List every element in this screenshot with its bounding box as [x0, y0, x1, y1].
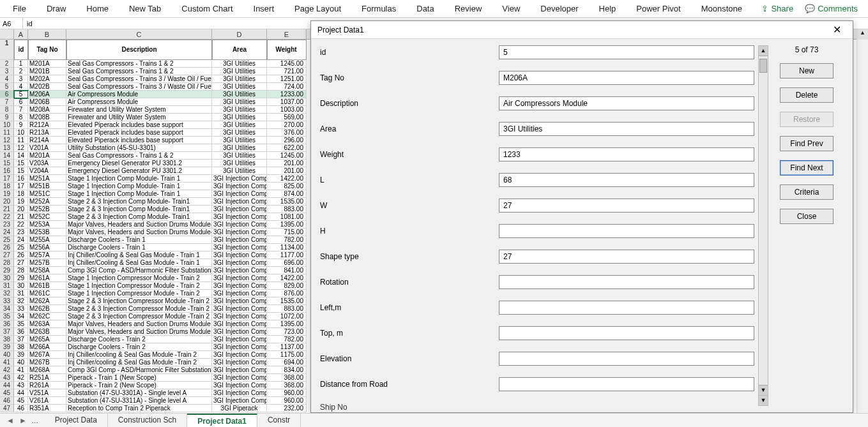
- cell-id[interactable]: 39: [14, 351, 28, 359]
- cell-area[interactable]: 3GI Injection Comp: [212, 190, 267, 198]
- cell-id[interactable]: 43: [14, 382, 28, 389]
- cell-weight[interactable]: 960.00: [267, 397, 307, 405]
- sheet-tab[interactable]: Project Data: [45, 414, 108, 428]
- cell-tag[interactable]: M262A: [28, 297, 66, 305]
- row-header[interactable]: 26: [0, 244, 14, 251]
- cell-id[interactable]: 15: [14, 167, 28, 175]
- cell-tag[interactable]: M251C: [28, 190, 66, 198]
- row-header[interactable]: 36: [0, 320, 14, 328]
- cell-weight[interactable]: 368.00: [267, 382, 307, 389]
- ribbon-tab[interactable]: Moonstone: [691, 1, 752, 16]
- cell-area[interactable]: 3GI Injection Comp: [212, 343, 267, 351]
- row-header[interactable]: 15: [0, 160, 14, 167]
- row-header[interactable]: 30: [0, 274, 14, 282]
- cell-desc[interactable]: Seal Gas Compressors - Trains 3 / Waste …: [66, 75, 212, 83]
- cell-id[interactable]: 33: [14, 305, 28, 313]
- row-header[interactable]: 42: [0, 366, 14, 374]
- cell-id[interactable]: 22: [14, 221, 28, 228]
- cell-id[interactable]: 36: [14, 328, 28, 336]
- cell-id[interactable]: 16: [14, 175, 28, 183]
- cell-area[interactable]: 3GI Injection Comp: [212, 251, 267, 259]
- cell-tag[interactable]: M262C: [28, 313, 66, 320]
- field-input[interactable]: [499, 96, 754, 110]
- cell-area[interactable]: 3GI Injection Comp: [212, 320, 267, 328]
- ribbon-tab[interactable]: File: [3, 1, 36, 16]
- cell-weight[interactable]: 622.00: [267, 144, 307, 152]
- row-header[interactable]: 6: [0, 91, 14, 98]
- cell-weight[interactable]: 1245.00: [267, 60, 307, 68]
- sheet-tab[interactable]: Constr: [257, 414, 301, 428]
- cell-weight[interactable]: 1081.00: [267, 213, 307, 221]
- share-button[interactable]: ⇪Share: [761, 4, 793, 13]
- cell-area[interactable]: 3GI Injection Comp: [212, 274, 267, 282]
- cell-area[interactable]: 3GI Utilities: [212, 75, 267, 83]
- row-header[interactable]: 37: [0, 328, 14, 336]
- cell-weight[interactable]: 721.00: [267, 68, 307, 75]
- cell-id[interactable]: 7: [14, 106, 28, 114]
- cell-area[interactable]: 3GI Utilities: [212, 60, 267, 68]
- close-button[interactable]: Close: [780, 209, 834, 224]
- cell-tag[interactable]: R351A: [28, 405, 66, 412]
- cell-id[interactable]: 34: [14, 313, 28, 320]
- cell-desc[interactable]: Discharge Coolers - Train 1: [66, 236, 212, 244]
- field-input[interactable]: [499, 275, 754, 289]
- cell-desc[interactable]: Stage 1 Injection Comp Module- Train 1: [66, 175, 212, 183]
- cell-desc[interactable]: Stage 1 Injection Compressor Module - Tr…: [66, 274, 212, 282]
- find-prev-button[interactable]: Find Prev: [780, 136, 834, 151]
- field-input[interactable]: [499, 122, 754, 136]
- cell-desc[interactable]: Inj Chiller/Cooling & Seal Gas Module - …: [66, 259, 212, 267]
- cell-area[interactable]: 3GI Utilities: [212, 91, 267, 98]
- row-header[interactable]: 10: [0, 121, 14, 129]
- cell-weight[interactable]: 569.00: [267, 114, 307, 121]
- cell-weight[interactable]: 1395.00: [267, 320, 307, 328]
- cell-tag[interactable]: M252C: [28, 213, 66, 221]
- cell-tag[interactable]: M208A: [28, 106, 66, 114]
- cell-desc[interactable]: Stage 2 & 3 Injection Comp Module- Train…: [66, 206, 212, 213]
- cell-desc[interactable]: Comp 3GI Comp - ASD/Harmonic Filter Subs…: [66, 366, 212, 374]
- cell-weight[interactable]: 825.00: [267, 183, 307, 190]
- row-header[interactable]: 9: [0, 114, 14, 121]
- cell-id[interactable]: 23: [14, 228, 28, 236]
- ribbon-tab[interactable]: Review: [445, 1, 492, 16]
- row-header[interactable]: 44: [0, 382, 14, 389]
- cell-weight[interactable]: 696.00: [267, 259, 307, 267]
- row-header[interactable]: 39: [0, 343, 14, 351]
- cell-id[interactable]: 10: [14, 129, 28, 137]
- cell-tag[interactable]: M252B: [28, 206, 66, 213]
- cell-desc[interactable]: Emergency Diesel Generator PU 3301.2: [66, 167, 212, 175]
- row-header[interactable]: 1: [0, 40, 14, 60]
- row-header[interactable]: 45: [0, 389, 14, 397]
- sheet-overflow-icon[interactable]: ...: [32, 416, 38, 425]
- vertical-scrollbar[interactable]: ▲: [857, 29, 868, 413]
- cell-weight[interactable]: 715.00: [267, 228, 307, 236]
- cell-weight[interactable]: 1245.00: [267, 152, 307, 160]
- new-button[interactable]: New: [780, 63, 834, 79]
- cell-tag[interactable]: R261A: [28, 382, 66, 389]
- cell-id[interactable]: 25: [14, 244, 28, 251]
- scroll-up-icon[interactable]: ▲: [857, 29, 868, 40]
- ribbon-tab[interactable]: Power Pivot: [626, 1, 690, 16]
- cell-weight[interactable]: 376.00: [267, 129, 307, 137]
- cell-weight[interactable]: 723.00: [267, 328, 307, 336]
- cell-id[interactable]: 12: [14, 144, 28, 152]
- cell-area[interactable]: 3GI Injection Comp: [212, 359, 267, 366]
- close-icon[interactable]: ✕: [828, 22, 846, 37]
- cell-tag[interactable]: M262B: [28, 305, 66, 313]
- cell-tag[interactable]: M201B: [28, 68, 66, 75]
- cell-id[interactable]: 35: [14, 320, 28, 328]
- row-header[interactable]: 47: [0, 405, 14, 412]
- cell-desc[interactable]: Major Valves, Headers and Suction Drums …: [66, 320, 212, 328]
- cell-area[interactable]: 3GI Utilities: [212, 68, 267, 75]
- cell-weight[interactable]: 232.00: [267, 405, 307, 412]
- cell-weight[interactable]: 201.00: [267, 167, 307, 175]
- ribbon-tab[interactable]: Developer: [530, 1, 588, 16]
- cell-weight[interactable]: 1137.00: [267, 343, 307, 351]
- cell-area[interactable]: 3GI Utilities: [212, 160, 267, 167]
- row-header[interactable]: 18: [0, 183, 14, 190]
- row-header[interactable]: 19: [0, 190, 14, 198]
- cell-tag[interactable]: M202B: [28, 83, 66, 91]
- field-input[interactable]: [499, 352, 754, 366]
- sheet-nav-prev-icon[interactable]: ◄: [6, 416, 14, 425]
- cell-tag[interactable]: M263B: [28, 328, 66, 336]
- cell-area[interactable]: 3GI Injection Comp: [212, 228, 267, 236]
